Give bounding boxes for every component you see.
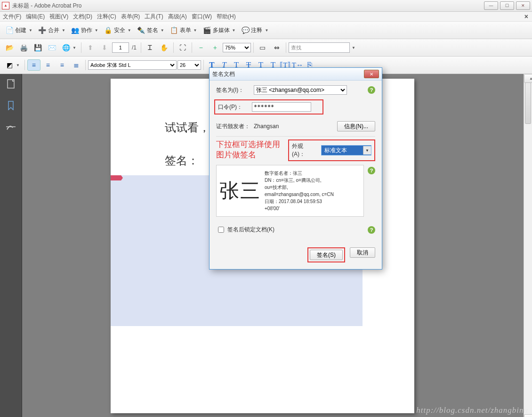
select-tool-button[interactable]: Ꮖ xyxy=(144,42,157,53)
upload-button[interactable]: 🌐▼ xyxy=(59,42,79,53)
menu-comments[interactable]: 注释(C) xyxy=(97,13,116,21)
arrow-up-icon: ⬆ xyxy=(86,43,95,52)
next-page-button[interactable]: ⬇ xyxy=(98,42,111,53)
marquee-zoom-button[interactable]: ⛶ xyxy=(176,42,189,53)
annotation-text: 下拉框可选择使用 图片做签名 xyxy=(216,139,285,160)
text-color-button[interactable]: ◩▼ xyxy=(3,59,22,71)
app-icon: ▲ xyxy=(2,2,9,9)
menu-view[interactable]: 视图(V) xyxy=(49,13,68,21)
text-color-icon: ◩ xyxy=(5,61,14,69)
prev-page-button[interactable]: ⬆ xyxy=(84,42,97,53)
fit-page-icon: ▭ xyxy=(258,43,267,52)
menu-forms[interactable]: 表单(R) xyxy=(121,13,140,21)
scroll-up-button[interactable]: ▲ xyxy=(524,74,532,83)
menubar: 文件(F) 编辑(E) 视图(V) 文档(D) 注释(C) 表单(R) 工具(T… xyxy=(0,12,532,22)
sign-button[interactable]: ✒️签名▼ xyxy=(135,25,167,36)
arrow-down-icon: ⬇ xyxy=(100,43,109,52)
close-button[interactable]: ✕ xyxy=(516,1,530,10)
pen-icon: ✒️ xyxy=(137,26,145,34)
align-right-button[interactable]: ≡ xyxy=(56,59,69,71)
film-icon: 🎬 xyxy=(203,26,211,34)
align-left-button[interactable]: ≡ xyxy=(27,59,40,71)
menu-help[interactable]: 帮助(H) xyxy=(217,13,236,21)
zoom-select[interactable]: 75% xyxy=(223,43,251,52)
lock-after-sign-checkbox[interactable] xyxy=(218,227,224,233)
align-left-icon: ≡ xyxy=(30,61,38,69)
font-size-select[interactable]: 26 xyxy=(177,60,201,70)
dialog-title: 签名文档 xyxy=(212,70,235,78)
hand-tool-button[interactable]: ✋ xyxy=(158,42,171,53)
align-center-icon: ≡ xyxy=(44,61,52,69)
page-total-label: /1 xyxy=(132,44,137,51)
password-input[interactable] xyxy=(252,102,311,112)
toolbar-file-nav: 📂 🖨️ 💾 ✉️ 🌐▼ ⬆ ⬇ /1 Ꮖ ✋ ⛶ − + 75% ▭ ⇔ ▼ xyxy=(0,39,532,57)
menu-edit[interactable]: 编辑(E) xyxy=(26,13,45,21)
plus-icon: + xyxy=(211,43,219,52)
window-titlebar: ▲ 未标题 - Adobe Acrobat Pro — ☐ ✕ xyxy=(0,0,532,12)
bookmarks-panel-button[interactable] xyxy=(6,100,16,111)
collaborate-button[interactable]: 👥协作▼ xyxy=(69,25,101,36)
menu-tools[interactable]: 工具(T) xyxy=(145,13,163,21)
vertical-scrollbar[interactable]: ▲ ▼ xyxy=(524,74,532,417)
menu-advanced[interactable]: 高级(A) xyxy=(168,13,187,21)
appearance-select[interactable]: 标准文本 ▼ xyxy=(321,145,371,155)
save-button[interactable]: 💾 xyxy=(31,42,44,53)
combine-icon: ➕ xyxy=(38,26,47,34)
toolbar-tasks: 📄创建▼ ➕合并▼ 👥协作▼ 🔒安全▼ ✒️签名▼ 📋表单▼ 🎬多媒体▼ 💬注释… xyxy=(0,22,532,39)
dropdown-arrow-icon: ▼ xyxy=(363,146,371,155)
dialog-close-button[interactable]: ✕ xyxy=(364,70,379,78)
fit-width-icon: ⇔ xyxy=(273,43,281,52)
find-dropdown[interactable]: ▼ xyxy=(352,46,355,50)
help-icon[interactable]: ? xyxy=(368,167,375,174)
open-button[interactable]: 📂 xyxy=(3,42,16,53)
align-justify-button[interactable]: ≣ xyxy=(70,59,83,71)
print-button[interactable]: 🖨️ xyxy=(17,42,30,53)
window-title: 未标题 - Adobe Acrobat Pro xyxy=(12,2,484,10)
issuer-value: Zhangsan xyxy=(254,123,279,130)
multimedia-button[interactable]: 🎬多媒体▼ xyxy=(201,25,238,36)
secure-button[interactable]: 🔒安全▼ xyxy=(102,25,134,36)
combine-button[interactable]: ➕合并▼ xyxy=(36,25,68,36)
sign-confirm-button[interactable]: 签名(S) xyxy=(310,250,343,260)
mail-icon: ✉️ xyxy=(48,43,56,52)
lock-icon: 🔒 xyxy=(104,26,113,34)
align-center-button[interactable]: ≡ xyxy=(41,59,55,71)
page-number-input[interactable] xyxy=(112,42,129,53)
help-icon[interactable]: ? xyxy=(368,226,375,234)
forms-icon: 📋 xyxy=(170,26,178,34)
menu-file[interactable]: 文件(F) xyxy=(3,13,21,21)
password-label: 口令(P)： xyxy=(218,103,248,111)
find-input[interactable] xyxy=(289,42,350,53)
signatures-panel-button[interactable] xyxy=(6,122,16,132)
sign-as-select[interactable]: 张三 <zhangsan@qq.com> xyxy=(254,85,347,95)
menu-document[interactable]: 文档(D) xyxy=(73,13,92,21)
folder-icon: 📂 xyxy=(5,43,14,52)
navigation-panel xyxy=(0,74,22,417)
watermark-text: http://blog.csdn.net/zhangbinu xyxy=(416,406,528,415)
zoom-in-button[interactable]: + xyxy=(209,42,222,53)
help-icon[interactable]: ? xyxy=(368,86,375,94)
menu-window[interactable]: 窗口(W) xyxy=(192,13,212,21)
signature-label: 签名： xyxy=(165,153,199,168)
pages-panel-button[interactable] xyxy=(6,79,16,89)
maximize-button[interactable]: ☐ xyxy=(500,1,514,10)
font-family-select[interactable]: Adobe 宋体 Std L xyxy=(88,60,177,70)
preview-metadata: 数字签名者：张三 DN：cn=张三, o=腾讯公司, ou=技术部, email… xyxy=(265,170,334,212)
create-button[interactable]: 📄创建▼ xyxy=(3,25,35,36)
sign-document-dialog: 签名文档 ✕ 签名为(I)： 张三 <zhangsan@qq.com> ? 口令… xyxy=(209,67,382,270)
scroll-thumb[interactable] xyxy=(525,82,531,124)
forms-button[interactable]: 📋表单▼ xyxy=(168,25,200,36)
zoom-out-button[interactable]: − xyxy=(194,42,208,53)
sign-as-label: 签名为(I)： xyxy=(216,86,250,94)
fit-width-button[interactable]: ⇔ xyxy=(270,42,283,53)
cancel-button[interactable]: 取消 xyxy=(350,247,375,258)
comment-button[interactable]: 💬注释▼ xyxy=(239,25,271,36)
minimize-button[interactable]: — xyxy=(484,1,498,10)
info-button[interactable]: 信息(N)... xyxy=(337,121,375,131)
dialog-titlebar[interactable]: 签名文档 ✕ xyxy=(210,68,382,81)
hand-icon: ✋ xyxy=(160,43,169,52)
menubar-close-icon[interactable]: × xyxy=(524,13,528,20)
comment-icon: 💬 xyxy=(241,26,250,34)
email-button[interactable]: ✉️ xyxy=(45,42,58,53)
fit-page-button[interactable]: ▭ xyxy=(256,42,269,53)
